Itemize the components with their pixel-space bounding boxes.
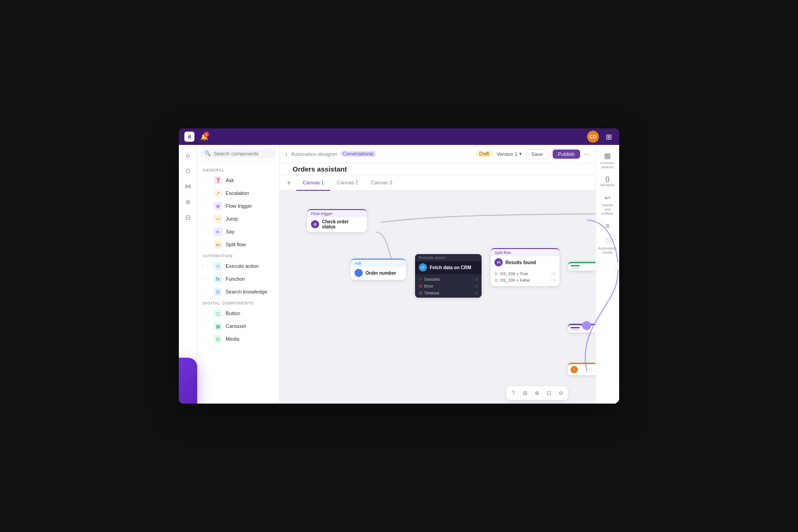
status-timeout: ⊙ Timeout <box>419 289 478 296</box>
split-node-title: Results found <box>505 260 536 265</box>
component-jump[interactable]: ⋮⋮ ↪ Jump <box>197 212 279 225</box>
component-media[interactable]: ⋮⋮ ⊡ Media <box>197 332 279 345</box>
media-icon: ⊡ <box>214 335 222 343</box>
add-canvas-button[interactable]: + <box>283 177 294 188</box>
grid-icon[interactable]: ⊞ <box>604 132 614 142</box>
say-label: Say <box>226 229 234 234</box>
component-function[interactable]: ⋮⋮ fx Function <box>197 272 279 285</box>
split-conditions: ⊙ OS_339 = True › ⊙ OS_339 = False › <box>491 269 560 286</box>
right-node-3-body: ! <box>568 364 595 375</box>
execute-node-header: Execute action <box>415 254 482 261</box>
drag-handle: ⋮⋮ <box>201 337 210 342</box>
nav-flow[interactable]: ⋈ <box>182 180 194 193</box>
drag-handle: ⋮⋮ <box>201 216 210 222</box>
grid-view-button[interactable]: ⊞ <box>520 388 531 399</box>
more-options-button[interactable]: ··· <box>584 150 590 158</box>
component-flow-trigger[interactable]: ⋮⋮ ⊕ Flow trigger <box>197 200 279 212</box>
button-label: Button <box>226 310 240 316</box>
escalation-label: Escalation <box>226 190 249 196</box>
nav-shield[interactable]: ⊛ <box>182 195 194 208</box>
app-logo[interactable]: it <box>184 132 194 142</box>
right-panel-health[interactable]: ♡ Automation health <box>598 234 617 257</box>
execute-action-node[interactable]: Execute action ⊙ Fetch data on CRM ✓ Suc… <box>415 254 482 298</box>
trigger-node-icon: ⊕ <box>311 220 319 228</box>
component-escalation[interactable]: ⋮⋮ ↗ Escalation <box>197 187 279 200</box>
nav-book[interactable]: ⊟ <box>182 211 194 224</box>
search-input[interactable] <box>214 151 272 156</box>
topbar: it 🔔 8 CO ⊞ <box>179 128 619 145</box>
drag-handle: ⋮⋮ <box>201 242 210 247</box>
main-layout: ⌂ ⊙ ⋈ ⊛ ⊟ ⊞ 🔍 General ⋮⋮ ❓ Ask <box>179 145 619 404</box>
component-button[interactable]: ⋮⋮ ◻ Button <box>197 307 279 320</box>
right-node-2 <box>568 324 595 332</box>
digital-section-label: Digital components <box>197 298 279 307</box>
trigger-node-body: ⊕ Check order status <box>307 217 367 232</box>
tab-canvas1[interactable]: Canvas 1 <box>296 175 330 191</box>
zoom-in-button[interactable]: ⊕ <box>532 388 543 399</box>
flow-trigger-icon: ⊕ <box>214 202 222 210</box>
right-panel-convers-defaults[interactable]: ▦ Convers. defaults <box>598 149 617 172</box>
component-ask[interactable]: ⋮⋮ ❓ Ask <box>197 174 279 187</box>
canvas-viewport[interactable]: Flow trigger ⊕ Check order status Ask ❓ … <box>280 191 595 404</box>
flow-icon: ≡ <box>605 222 610 230</box>
ask-node-body: ❓ Order number <box>351 267 406 280</box>
split-flow-icon: ⋈ <box>214 240 222 249</box>
app-screen: it 🔔 8 CO ⊞ ⌂ ⊙ ⋈ ⊛ ⊟ ⊞ 🔍 <box>179 128 619 404</box>
tab-canvas2[interactable]: Canvas 2 <box>330 175 364 191</box>
notifications-bell[interactable]: 🔔 8 <box>199 132 209 142</box>
split-node-icon: ⋈ <box>494 258 503 266</box>
status-success: ✓ Success <box>419 276 478 283</box>
right-node-3: ! <box>568 363 595 375</box>
right-panel-intents[interactable]: ↩ Intents and entities <box>598 191 617 218</box>
component-execute-action[interactable]: ⋮⋮ ⊙ Execute action <box>197 260 279 272</box>
general-section-label: General <box>197 165 279 174</box>
split-flow-node[interactable]: Split flow ⋈ Results found ⊙ OS_339 = Tr… <box>491 248 560 286</box>
function-label: Function <box>226 276 245 282</box>
ask-node-title: Order number <box>366 271 396 276</box>
search-knowledge-icon: ⊟ <box>214 288 222 296</box>
large-icon-overlay <box>179 358 197 404</box>
publish-button[interactable]: Publish <box>553 150 580 159</box>
nav-home[interactable]: ⌂ <box>182 149 194 161</box>
execute-action-icon: ⊙ <box>214 262 222 270</box>
right-panel-variables[interactable]: {} Variables <box>598 173 617 190</box>
panel-header: 🔍 <box>197 145 279 162</box>
ask-label: Ask <box>226 177 234 183</box>
help-button[interactable]: ? <box>508 388 519 399</box>
search-box: 🔍 <box>201 149 276 158</box>
right-panel-flow[interactable]: ≡ <box>598 219 617 233</box>
trigger-node-title: Check order status <box>322 219 363 229</box>
ask-node-icon: ❓ <box>355 269 363 277</box>
convers-defaults-icon: ▦ <box>604 151 611 160</box>
component-search-knowledge[interactable]: ⋮⋮ ⊟ Search knowledge <box>197 285 279 298</box>
save-button[interactable]: Save <box>526 149 549 159</box>
variables-label: Variables <box>600 183 615 187</box>
execute-node-body: ⊙ Fetch data on CRM <box>415 261 482 274</box>
breadcrumb-badge: Conversational <box>340 151 377 157</box>
convers-defaults-label: Convers. defaults <box>599 161 616 169</box>
condition-2: ⊙ OS_339 = False › <box>494 277 556 283</box>
drag-handle: ⋮⋮ <box>201 277 210 282</box>
condition-1: ⊙ OS_339 = True › <box>494 271 556 277</box>
ask-node-header: Ask <box>351 260 406 267</box>
version-select[interactable]: Version 1 ▾ <box>497 151 522 157</box>
user-avatar[interactable]: CO <box>587 131 599 143</box>
say-icon: ≡ <box>214 227 222 236</box>
variables-icon: {} <box>605 176 610 182</box>
status-error: ⊗ Error <box>419 283 478 289</box>
automation-section-label: Automation <box>197 251 279 260</box>
zoom-out-button[interactable]: ⊖ <box>555 388 566 399</box>
intents-icon: ↩ <box>604 194 610 202</box>
back-button[interactable]: ‹ <box>285 150 288 158</box>
component-split-flow[interactable]: ⋮⋮ ⋈ Split flow <box>197 238 279 251</box>
right-node-1 <box>568 262 595 271</box>
component-say[interactable]: ⋮⋮ ≡ Say <box>197 225 279 238</box>
flow-trigger-node[interactable]: Flow trigger ⊕ Check order status <box>307 209 367 232</box>
fit-button[interactable]: ⊡ <box>543 388 554 399</box>
page-title: Orders assistant <box>287 165 588 173</box>
nav-settings[interactable]: ⊙ <box>182 164 194 177</box>
ask-node[interactable]: Ask ❓ Order number <box>351 259 406 280</box>
tab-canvas3[interactable]: Canvas 3 <box>365 175 399 191</box>
drag-handle: ⋮⋮ <box>201 324 210 329</box>
component-carousel[interactable]: ⋮⋮ ▦ Carousel <box>197 320 279 332</box>
